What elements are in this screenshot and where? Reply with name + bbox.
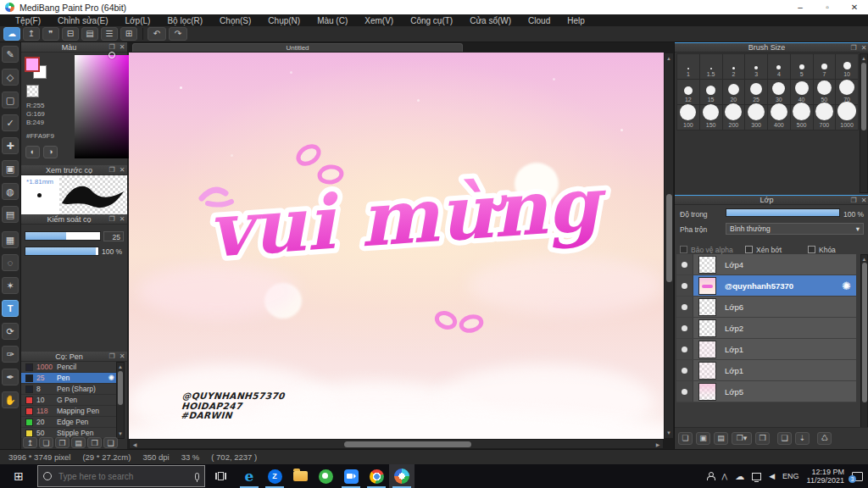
task-view-icon[interactable]	[215, 472, 226, 481]
edit-brush-icon[interactable]: ▤	[71, 437, 86, 448]
brush-list-scrollbar[interactable]: ▲ ▼	[116, 362, 125, 439]
chevron-up-icon[interactable]: ⋀	[722, 473, 728, 480]
move-tool[interactable]: ✚	[2, 137, 19, 154]
menu-window[interactable]: Cửa sổ(W)	[461, 16, 520, 25]
popout-icon[interactable]: ❐	[849, 197, 859, 204]
layer-row-selected[interactable]: @quynhanh57370 ✺	[676, 275, 856, 297]
add-1bit-layer-icon[interactable]: ▤	[714, 432, 728, 445]
redo-icon[interactable]: ↷	[169, 27, 187, 41]
close-icon[interactable]: ✕	[117, 352, 127, 360]
taskbar-app-chrome[interactable]	[364, 464, 389, 488]
scroll-up-icon[interactable]: ▲	[861, 256, 867, 263]
layer-row[interactable]: Lớp4	[676, 254, 856, 275]
delete-layer-icon[interactable]: ♺	[817, 432, 832, 445]
onedrive-icon[interactable]: ☁	[735, 471, 744, 482]
canvas-vscrollbar[interactable]: ▲ ▼	[664, 53, 674, 439]
add-brush-icon[interactable]: ❏	[39, 437, 53, 448]
scroll-up-icon[interactable]: ▲	[860, 55, 867, 62]
layer-visibility-toggle[interactable]	[676, 318, 693, 338]
brush-size-option[interactable]: 3	[745, 54, 767, 79]
brush-row[interactable]: 8 Pen (Sharp)	[21, 384, 116, 395]
notification-center-icon[interactable]: 3	[852, 472, 863, 481]
network-icon[interactable]	[752, 473, 761, 480]
menu-layer[interactable]: Lớp(L)	[117, 16, 159, 25]
magic-wand-tool[interactable]: ✶	[2, 277, 19, 294]
text-tool[interactable]: T	[2, 300, 19, 317]
volume-icon[interactable]: ◀	[769, 472, 775, 480]
add-8bit-layer-icon[interactable]: ▣	[696, 432, 710, 445]
marquee-tool[interactable]: ▦	[2, 231, 19, 248]
sv-indicator[interactable]	[108, 52, 115, 58]
message-icon[interactable]: ⊟	[62, 27, 79, 41]
taskbar-app-edge[interactable]: e	[236, 464, 262, 488]
canvas-hscrollbar[interactable]: ◀ ▶	[129, 439, 664, 449]
menu-capture[interactable]: Chụp(N)	[259, 16, 309, 25]
add-layer-icon[interactable]: ❏	[678, 432, 693, 445]
canvas[interactable]: vui mừng vui mừng @QUYNHANH57370 HOIDAP2…	[129, 53, 664, 439]
brush-size-option[interactable]: 70	[836, 80, 858, 104]
search-input[interactable]	[57, 471, 190, 482]
close-icon[interactable]: ✕	[117, 215, 127, 223]
brush-opacity-slider[interactable]	[25, 247, 99, 256]
scroll-up-icon[interactable]: ▲	[117, 363, 124, 370]
eraser-tool[interactable]: ◇	[2, 69, 19, 86]
transparent-color-swatch[interactable]	[26, 85, 39, 97]
taskbar-app-medibang[interactable]	[389, 464, 415, 488]
scroll-left-icon[interactable]: ◀	[131, 441, 138, 448]
menu-filter[interactable]: Bộ lọc(R)	[159, 16, 211, 25]
brush-size-option[interactable]: 10	[836, 54, 858, 79]
layer-visibility-toggle[interactable]	[676, 360, 693, 380]
taskbar-app-zoom[interactable]	[338, 464, 364, 488]
menu-cloud[interactable]: Cloud	[520, 16, 559, 25]
layer-visibility-toggle[interactable]	[676, 381, 693, 402]
brush-folder-icon[interactable]: ❒	[87, 437, 102, 448]
brush-size-option[interactable]: 40	[791, 80, 813, 104]
brush-size-option[interactable]: 1	[677, 54, 699, 79]
lasso-tool[interactable]: ◌	[2, 254, 19, 271]
layers-scrollbar[interactable]: ▲ ▼	[860, 254, 868, 439]
brush-row-selected[interactable]: 25 Pen ✺	[21, 373, 116, 384]
popout-icon[interactable]: ❐	[849, 44, 859, 52]
gradient-tool[interactable]: ▤	[2, 206, 19, 223]
shape-tool[interactable]: ▢	[2, 92, 19, 108]
foreground-color-swatch[interactable]	[25, 57, 40, 72]
brush-size-option[interactable]: 5	[791, 54, 813, 79]
cloud-paint-icon[interactable]: ☁	[3, 27, 20, 41]
brush-size-option[interactable]: 1000	[836, 105, 858, 130]
start-button[interactable]: ⊞	[0, 464, 37, 488]
scroll-down-icon[interactable]: ▼	[665, 430, 673, 436]
select-pen-tool[interactable]: ✓	[2, 114, 19, 131]
layer-settings-gear-icon[interactable]: ✺	[842, 280, 851, 292]
popout-icon[interactable]: ❐	[107, 215, 117, 223]
close-icon[interactable]: ✕	[859, 44, 868, 52]
merge-layer-icon[interactable]: ⇣	[795, 432, 810, 445]
brush-row[interactable]: 1000 Pencil	[21, 362, 116, 373]
brush-size-option[interactable]: 1.5	[700, 54, 722, 79]
brush-size-option[interactable]: 700	[814, 105, 836, 130]
clock[interactable]: 12:19 PM 11/29/2021	[807, 468, 844, 485]
popout-icon[interactable]: ❐	[107, 43, 117, 51]
brush-size-option[interactable]: 20	[723, 80, 745, 104]
menu-select[interactable]: Chọn(S)	[211, 16, 259, 25]
comment-icon[interactable]: ❞	[42, 27, 59, 41]
brush-size-option[interactable]: 500	[791, 105, 813, 130]
brush-cloud-icon[interactable]: ↥	[23, 437, 37, 448]
menu-view[interactable]: Xem(V)	[356, 16, 402, 25]
popout-icon[interactable]: ❐	[107, 166, 117, 174]
brush-tool[interactable]: ✎	[2, 46, 19, 63]
brush-size-option[interactable]: 150	[700, 105, 722, 130]
layer-visibility-toggle[interactable]	[676, 254, 693, 274]
palette-icon[interactable]: ◐	[25, 146, 40, 158]
menu-edit[interactable]: Chỉnh sửa(E)	[49, 16, 117, 25]
menu-file[interactable]: Tệp(F)	[7, 16, 49, 25]
brush-size-option[interactable]: 15	[700, 80, 722, 104]
brush-size-option[interactable]: 12	[677, 80, 699, 104]
rotate-tool[interactable]: ⟳	[2, 323, 19, 340]
layer-folder-icon[interactable]: ❒	[755, 432, 770, 445]
minimize-button[interactable]: –	[787, 0, 814, 14]
syringe-tool[interactable]: ✒	[2, 369, 19, 385]
scroll-up-icon[interactable]: ▲	[665, 55, 673, 62]
brush-size-option[interactable]: 25	[745, 80, 767, 104]
brush-size-option[interactable]: 7	[814, 54, 836, 79]
close-button[interactable]: ✕	[841, 0, 868, 14]
